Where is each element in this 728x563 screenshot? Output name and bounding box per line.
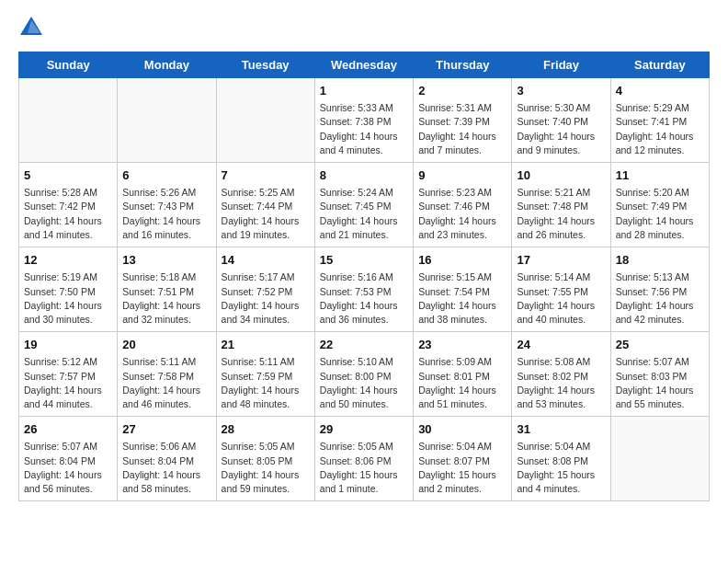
calendar-cell: 8Sunrise: 5:24 AM Sunset: 7:45 PM Daylig… bbox=[314, 163, 413, 247]
day-info: Sunrise: 5:28 AM Sunset: 7:42 PM Dayligh… bbox=[24, 186, 112, 242]
day-info: Sunrise: 5:18 AM Sunset: 7:51 PM Dayligh… bbox=[122, 270, 210, 327]
logo bbox=[18, 15, 48, 40]
day-info: Sunrise: 5:19 AM Sunset: 7:50 PM Dayligh… bbox=[24, 270, 112, 327]
day-number: 7 bbox=[222, 167, 310, 184]
day-info: Sunrise: 5:05 AM Sunset: 8:06 PM Dayligh… bbox=[320, 440, 408, 496]
day-number: 2 bbox=[418, 83, 506, 99]
calendar-cell: 10Sunrise: 5:21 AM Sunset: 7:48 PM Dayli… bbox=[512, 163, 610, 247]
day-info: Sunrise: 5:11 AM Sunset: 7:58 PM Dayligh… bbox=[122, 355, 210, 411]
calendar-cell: 23Sunrise: 5:09 AM Sunset: 8:01 PM Dayli… bbox=[414, 332, 512, 417]
day-number: 31 bbox=[517, 421, 605, 438]
page: SundayMondayTuesdayWednesdayThursdayFrid… bbox=[0, 0, 728, 516]
header bbox=[18, 15, 710, 40]
day-info: Sunrise: 5:12 AM Sunset: 7:57 PM Dayligh… bbox=[24, 355, 112, 411]
calendar-cell: 28Sunrise: 5:05 AM Sunset: 8:05 PM Dayli… bbox=[216, 417, 314, 501]
day-number: 27 bbox=[122, 421, 210, 438]
calendar-cell: 25Sunrise: 5:07 AM Sunset: 8:03 PM Dayli… bbox=[610, 332, 709, 417]
day-info: Sunrise: 5:04 AM Sunset: 8:08 PM Dayligh… bbox=[517, 440, 605, 496]
weekday-header-tuesday: Tuesday bbox=[216, 52, 314, 78]
calendar-cell: 6Sunrise: 5:26 AM Sunset: 7:43 PM Daylig… bbox=[118, 163, 216, 247]
day-info: Sunrise: 5:09 AM Sunset: 8:01 PM Dayligh… bbox=[418, 355, 506, 411]
day-number: 9 bbox=[418, 167, 506, 184]
calendar-cell: 30Sunrise: 5:04 AM Sunset: 8:07 PM Dayli… bbox=[414, 417, 512, 501]
calendar-cell: 31Sunrise: 5:04 AM Sunset: 8:08 PM Dayli… bbox=[512, 417, 610, 501]
calendar-cell bbox=[118, 78, 216, 163]
calendar-cell: 22Sunrise: 5:10 AM Sunset: 8:00 PM Dayli… bbox=[314, 332, 413, 417]
day-info: Sunrise: 5:17 AM Sunset: 7:52 PM Dayligh… bbox=[222, 270, 310, 327]
weekday-header-row: SundayMondayTuesdayWednesdayThursdayFrid… bbox=[19, 52, 710, 78]
calendar-cell: 5Sunrise: 5:28 AM Sunset: 7:42 PM Daylig… bbox=[19, 163, 118, 247]
day-info: Sunrise: 5:21 AM Sunset: 7:48 PM Dayligh… bbox=[517, 186, 605, 242]
calendar-cell bbox=[216, 78, 314, 163]
calendar-cell bbox=[610, 417, 709, 501]
day-number: 24 bbox=[517, 337, 605, 353]
day-info: Sunrise: 5:25 AM Sunset: 7:44 PM Dayligh… bbox=[222, 186, 310, 242]
logo-icon bbox=[18, 15, 44, 40]
day-info: Sunrise: 5:04 AM Sunset: 8:07 PM Dayligh… bbox=[418, 440, 506, 496]
day-number: 4 bbox=[616, 83, 704, 99]
calendar-cell: 17Sunrise: 5:14 AM Sunset: 7:55 PM Dayli… bbox=[512, 247, 610, 332]
day-info: Sunrise: 5:33 AM Sunset: 7:38 PM Dayligh… bbox=[320, 101, 408, 157]
calendar-cell bbox=[19, 78, 118, 163]
day-info: Sunrise: 5:11 AM Sunset: 7:59 PM Dayligh… bbox=[222, 355, 310, 411]
day-number: 17 bbox=[517, 252, 605, 269]
day-info: Sunrise: 5:24 AM Sunset: 7:45 PM Dayligh… bbox=[320, 186, 408, 242]
calendar-week-row-3: 12Sunrise: 5:19 AM Sunset: 7:50 PM Dayli… bbox=[19, 247, 710, 332]
day-info: Sunrise: 5:23 AM Sunset: 7:46 PM Dayligh… bbox=[418, 186, 506, 242]
calendar-cell: 18Sunrise: 5:13 AM Sunset: 7:56 PM Dayli… bbox=[610, 247, 709, 332]
day-info: Sunrise: 5:30 AM Sunset: 7:40 PM Dayligh… bbox=[517, 101, 605, 157]
calendar-cell: 4Sunrise: 5:29 AM Sunset: 7:41 PM Daylig… bbox=[610, 78, 709, 163]
calendar-cell: 14Sunrise: 5:17 AM Sunset: 7:52 PM Dayli… bbox=[216, 247, 314, 332]
calendar-cell: 20Sunrise: 5:11 AM Sunset: 7:58 PM Dayli… bbox=[118, 332, 216, 417]
calendar-cell: 29Sunrise: 5:05 AM Sunset: 8:06 PM Dayli… bbox=[314, 417, 413, 501]
day-info: Sunrise: 5:08 AM Sunset: 8:02 PM Dayligh… bbox=[517, 355, 605, 411]
day-number: 18 bbox=[616, 252, 704, 269]
calendar-cell: 13Sunrise: 5:18 AM Sunset: 7:51 PM Dayli… bbox=[118, 247, 216, 332]
day-number: 19 bbox=[24, 337, 112, 353]
day-info: Sunrise: 5:14 AM Sunset: 7:55 PM Dayligh… bbox=[517, 270, 605, 327]
calendar-cell: 12Sunrise: 5:19 AM Sunset: 7:50 PM Dayli… bbox=[19, 247, 118, 332]
day-info: Sunrise: 5:15 AM Sunset: 7:54 PM Dayligh… bbox=[418, 270, 506, 327]
weekday-header-friday: Friday bbox=[512, 52, 610, 78]
day-info: Sunrise: 5:31 AM Sunset: 7:39 PM Dayligh… bbox=[418, 101, 506, 157]
day-info: Sunrise: 5:13 AM Sunset: 7:56 PM Dayligh… bbox=[616, 270, 704, 327]
day-number: 26 bbox=[24, 421, 112, 438]
calendar-cell: 15Sunrise: 5:16 AM Sunset: 7:53 PM Dayli… bbox=[314, 247, 413, 332]
day-number: 5 bbox=[24, 167, 112, 184]
calendar-cell: 24Sunrise: 5:08 AM Sunset: 8:02 PM Dayli… bbox=[512, 332, 610, 417]
day-number: 30 bbox=[418, 421, 506, 438]
calendar-week-row-2: 5Sunrise: 5:28 AM Sunset: 7:42 PM Daylig… bbox=[19, 163, 710, 247]
calendar-cell: 2Sunrise: 5:31 AM Sunset: 7:39 PM Daylig… bbox=[414, 78, 512, 163]
calendar-cell: 21Sunrise: 5:11 AM Sunset: 7:59 PM Dayli… bbox=[216, 332, 314, 417]
day-number: 12 bbox=[24, 252, 112, 269]
day-number: 15 bbox=[320, 252, 408, 269]
calendar-week-row-1: 1Sunrise: 5:33 AM Sunset: 7:38 PM Daylig… bbox=[19, 78, 710, 163]
day-number: 23 bbox=[418, 337, 506, 353]
day-info: Sunrise: 5:07 AM Sunset: 8:03 PM Dayligh… bbox=[616, 355, 704, 411]
weekday-header-wednesday: Wednesday bbox=[314, 52, 413, 78]
day-info: Sunrise: 5:06 AM Sunset: 8:04 PM Dayligh… bbox=[122, 440, 210, 496]
day-number: 21 bbox=[222, 337, 310, 353]
calendar-cell: 9Sunrise: 5:23 AM Sunset: 7:46 PM Daylig… bbox=[414, 163, 512, 247]
day-number: 10 bbox=[517, 167, 605, 184]
day-number: 25 bbox=[616, 337, 704, 353]
calendar-cell: 7Sunrise: 5:25 AM Sunset: 7:44 PM Daylig… bbox=[216, 163, 314, 247]
calendar-week-row-5: 26Sunrise: 5:07 AM Sunset: 8:04 PM Dayli… bbox=[19, 417, 710, 501]
weekday-header-monday: Monday bbox=[118, 52, 216, 78]
calendar-cell: 26Sunrise: 5:07 AM Sunset: 8:04 PM Dayli… bbox=[19, 417, 118, 501]
day-number: 1 bbox=[320, 83, 408, 99]
day-info: Sunrise: 5:05 AM Sunset: 8:05 PM Dayligh… bbox=[222, 440, 310, 496]
day-number: 28 bbox=[222, 421, 310, 438]
day-number: 16 bbox=[418, 252, 506, 269]
calendar-cell: 1Sunrise: 5:33 AM Sunset: 7:38 PM Daylig… bbox=[314, 78, 413, 163]
day-number: 6 bbox=[122, 167, 210, 184]
calendar-cell: 11Sunrise: 5:20 AM Sunset: 7:49 PM Dayli… bbox=[610, 163, 709, 247]
weekday-header-thursday: Thursday bbox=[414, 52, 512, 78]
day-info: Sunrise: 5:07 AM Sunset: 8:04 PM Dayligh… bbox=[24, 440, 112, 496]
day-number: 3 bbox=[517, 83, 605, 99]
calendar-cell: 16Sunrise: 5:15 AM Sunset: 7:54 PM Dayli… bbox=[414, 247, 512, 332]
day-info: Sunrise: 5:20 AM Sunset: 7:49 PM Dayligh… bbox=[616, 186, 704, 242]
day-info: Sunrise: 5:26 AM Sunset: 7:43 PM Dayligh… bbox=[122, 186, 210, 242]
day-info: Sunrise: 5:10 AM Sunset: 8:00 PM Dayligh… bbox=[320, 355, 408, 411]
day-number: 8 bbox=[320, 167, 408, 184]
